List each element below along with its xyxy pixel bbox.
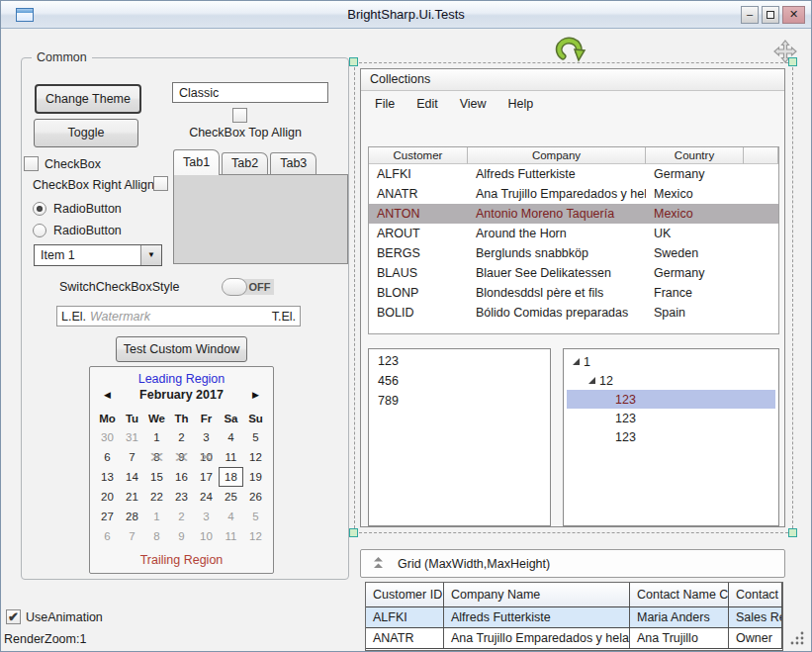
- menu-item-help[interactable]: Help: [497, 93, 545, 115]
- calendar-day[interactable]: 20: [95, 487, 120, 507]
- toggle-button[interactable]: Toggle: [34, 119, 138, 147]
- tree-item[interactable]: 123: [567, 409, 775, 427]
- calendar-day[interactable]: 28: [120, 507, 144, 526]
- column-header[interactable]: Company: [468, 147, 646, 164]
- switch-thumb[interactable]: [222, 278, 247, 296]
- tab-tab2[interactable]: Tab2: [222, 152, 268, 175]
- table-row[interactable]: ANTONAntonio Moreno TaqueríaMexico: [369, 204, 778, 224]
- list-item[interactable]: 123: [369, 351, 550, 371]
- calendar-day[interactable]: 11: [219, 526, 243, 546]
- list-item[interactable]: 789: [369, 391, 550, 411]
- tree-item[interactable]: 1: [567, 352, 775, 371]
- calendar-day[interactable]: 16: [169, 467, 194, 487]
- watermark-textbox[interactable]: L.El. Watermark T.El.: [56, 306, 301, 326]
- table-row[interactable]: ALFKIAlfreds FutterkisteGermany: [369, 164, 778, 184]
- column-header[interactable]: Contact: [729, 583, 782, 606]
- calendar-day[interactable]: 7: [120, 526, 144, 546]
- menu-item-view[interactable]: View: [449, 93, 497, 115]
- calendar-day[interactable]: 5: [243, 507, 268, 526]
- calendar-day[interactable]: 10✕: [194, 447, 219, 467]
- list-item[interactable]: 456: [369, 371, 550, 391]
- calendar-day[interactable]: 31: [120, 427, 144, 447]
- tree-expander-icon[interactable]: [571, 355, 584, 368]
- calendar-day[interactable]: 18: [219, 467, 243, 487]
- table-row[interactable]: BERGSBerglunds snabbköpSweden: [369, 243, 778, 263]
- selection-handle-top-left[interactable]: [349, 57, 358, 66]
- calendar-day[interactable]: 11: [219, 447, 243, 467]
- table-row[interactable]: BOLIDBólido Comidas preparadasSpain: [369, 303, 778, 323]
- calendar-day[interactable]: 26: [243, 487, 268, 507]
- column-header[interactable]: Customer ID: [366, 583, 444, 606]
- calendar-day[interactable]: 22: [144, 487, 169, 507]
- close-button[interactable]: ✕: [782, 6, 805, 24]
- checkbox-right-align[interactable]: [153, 176, 168, 191]
- calendar-day[interactable]: 2: [169, 507, 194, 526]
- prev-month-icon[interactable]: ◀: [104, 390, 111, 400]
- calendar-day[interactable]: 4: [219, 427, 243, 447]
- column-header[interactable]: Customer: [369, 147, 468, 164]
- tree-item[interactable]: 123: [567, 427, 775, 446]
- tab-tab3[interactable]: Tab3: [270, 152, 316, 175]
- tree-expander-icon[interactable]: [586, 374, 599, 387]
- calendar-day[interactable]: 23: [169, 487, 194, 507]
- calendar-day[interactable]: 6: [95, 447, 120, 467]
- use-animation-checkbox[interactable]: ✔: [6, 609, 21, 624]
- calendar-day[interactable]: 12: [243, 526, 268, 546]
- item-combobox[interactable]: Item 1 ▼: [34, 244, 162, 266]
- calendar-day[interactable]: 1: [144, 507, 169, 526]
- test-custom-window-button[interactable]: Test Custom Window: [116, 336, 247, 362]
- switch-toggle[interactable]: OFF: [222, 278, 274, 296]
- calendar-day[interactable]: 12: [243, 447, 268, 467]
- calendar-day[interactable]: 3: [194, 507, 219, 526]
- radio-button-1[interactable]: [33, 202, 46, 216]
- calendar-day[interactable]: 8: [144, 526, 169, 546]
- resize-grip[interactable]: [790, 631, 805, 649]
- selection-handle-top-right[interactable]: [788, 57, 797, 66]
- calendar-day[interactable]: 25: [219, 487, 243, 507]
- calendar-day[interactable]: 17: [194, 467, 219, 487]
- calendar-day[interactable]: 9: [169, 526, 194, 546]
- calendar-day[interactable]: 5: [243, 427, 268, 447]
- selection-handle-bottom-right[interactable]: [788, 528, 797, 537]
- table-row[interactable]: BLONPBlondesddsl père et filsFrance: [369, 283, 778, 303]
- calendar-month-header[interactable]: February 2017: [90, 388, 273, 402]
- table-row[interactable]: ALFKIAlfreds FutterkisteMaria AndersSale…: [366, 607, 782, 628]
- maximize-button[interactable]: [762, 6, 779, 24]
- checkbox-top-align[interactable]: [232, 108, 247, 123]
- column-header[interactable]: Contact Name CN: [630, 583, 729, 606]
- chevron-down-icon[interactable]: ▼: [140, 245, 161, 265]
- grid-expander[interactable]: Grid (MaxWidth,MaxHeight): [360, 549, 785, 578]
- menu-item-file[interactable]: File: [364, 93, 406, 115]
- calendar-day[interactable]: 15: [144, 467, 169, 487]
- calendar-day[interactable]: 19: [243, 467, 268, 487]
- column-header[interactable]: Company Name: [444, 583, 630, 606]
- table-row[interactable]: BLAUSBlauer See DelikatessenGermany: [369, 263, 778, 283]
- change-theme-button[interactable]: Change Theme: [35, 84, 141, 114]
- theme-name-input[interactable]: Classic: [172, 82, 328, 103]
- calendar-day[interactable]: 27: [95, 507, 120, 526]
- table-row[interactable]: ANATRAna Trujillo Emparedados y helaMexi…: [369, 184, 778, 204]
- calendar-day[interactable]: 3: [194, 427, 219, 447]
- checkbox-plain[interactable]: [24, 156, 39, 171]
- selection-handle-bottom-left[interactable]: [349, 528, 358, 537]
- tree-item[interactable]: 12: [567, 371, 775, 390]
- menu-item-edit[interactable]: Edit: [406, 93, 449, 115]
- table-row[interactable]: AROUTAround the HornUK: [369, 224, 778, 243]
- calendar-day[interactable]: 13: [95, 467, 120, 487]
- tab-tab1[interactable]: Tab1: [173, 149, 220, 175]
- calendar-day[interactable]: 1: [144, 427, 169, 447]
- tree-item[interactable]: 123: [567, 390, 775, 409]
- calendar-day[interactable]: 21: [120, 487, 144, 507]
- table-row[interactable]: ANATRAna Trujillo Emparedados y heladosA…: [366, 628, 782, 649]
- calendar-day[interactable]: 24: [194, 487, 219, 507]
- column-header[interactable]: Country: [646, 147, 744, 164]
- next-month-icon[interactable]: ▶: [252, 390, 259, 400]
- calendar-day[interactable]: 6: [95, 526, 120, 546]
- calendar-day[interactable]: 10: [194, 526, 219, 546]
- calendar-day[interactable]: 2: [169, 427, 194, 447]
- calendar-day[interactable]: 30: [95, 427, 120, 447]
- calendar-day[interactable]: 14: [120, 467, 144, 487]
- radio-button-2[interactable]: [33, 224, 46, 237]
- minimize-button[interactable]: –: [741, 6, 759, 24]
- calendar-day[interactable]: 4: [219, 507, 243, 526]
